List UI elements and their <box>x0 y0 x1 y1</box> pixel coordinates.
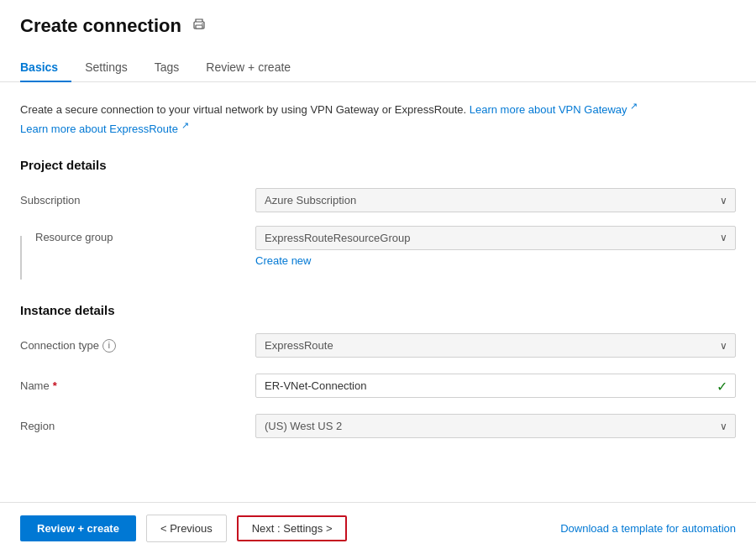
connection-type-select-wrapper: ExpressRoute <box>255 333 736 358</box>
instance-details-section: Instance details Connection type i Expre… <box>20 303 736 442</box>
connection-type-control: ExpressRoute <box>255 333 736 358</box>
subscription-row: Subscription Azure Subscription <box>20 186 736 216</box>
connection-type-select[interactable]: ExpressRoute <box>255 333 736 358</box>
download-template-link[interactable]: Download a template for automation <box>560 522 736 535</box>
name-input[interactable] <box>255 374 736 398</box>
subscription-control: Azure Subscription <box>255 188 736 212</box>
resource-group-select-wrapper: ExpressRouteResourceGroup <box>255 226 736 250</box>
page-title: Create connection <box>20 15 181 37</box>
region-select-wrapper: (US) West US 2 <box>255 414 736 438</box>
resource-group-select[interactable]: ExpressRouteResourceGroup <box>255 226 736 250</box>
subscription-label: Subscription <box>20 194 255 206</box>
tree-connector <box>20 236 22 280</box>
valid-check-icon: ✓ <box>717 378 727 394</box>
printer-icon[interactable] <box>192 17 207 35</box>
name-label: Name * <box>20 379 255 392</box>
instance-details-title: Instance details <box>20 303 736 317</box>
name-row: Name * ✓ <box>20 371 736 401</box>
region-select[interactable]: (US) West US 2 <box>255 414 736 438</box>
region-control: (US) West US 2 <box>255 414 736 438</box>
vpn-gateway-link[interactable]: Learn more about VPN Gateway ↗ <box>470 103 638 116</box>
tab-basics[interactable]: Basics <box>20 54 71 82</box>
tab-settings[interactable]: Settings <box>71 54 141 82</box>
resource-group-label-container: Resource group <box>20 226 255 280</box>
page-footer: Review + create < Previous Next : Settin… <box>0 502 756 554</box>
connection-type-row: Connection type i ExpressRoute <box>20 331 736 361</box>
resource-group-row: Resource group ExpressRouteResourceGroup… <box>20 226 736 280</box>
page-description: Create a secure connection to your virtu… <box>20 99 736 138</box>
region-row: Region (US) West US 2 <box>20 411 736 442</box>
tab-review-create[interactable]: Review + create <box>192 54 304 82</box>
connection-type-label: Connection type i <box>20 339 255 353</box>
name-input-wrapper: ✓ <box>255 374 736 398</box>
project-details-title: Project details <box>20 158 736 172</box>
resource-group-label: Resource group <box>35 231 113 243</box>
review-create-button[interactable]: Review + create <box>20 515 136 541</box>
project-details-section: Project details Subscription Azure Subsc… <box>20 158 736 280</box>
main-content: Create a secure connection to your virtu… <box>0 82 756 502</box>
expressroute-link[interactable]: Learn more about ExpressRoute ↗ <box>20 123 189 135</box>
svg-rect-1 <box>196 25 202 29</box>
required-indicator: * <box>53 379 57 392</box>
create-new-link[interactable]: Create new <box>255 254 311 267</box>
resource-group-control: ExpressRouteResourceGroup Create new <box>255 226 736 267</box>
resource-group-container: Resource group ExpressRouteResourceGroup… <box>20 226 736 280</box>
tabs-navigation: Basics Settings Tags Review + create <box>0 44 756 82</box>
description-text: Create a secure connection to your virtu… <box>20 103 466 116</box>
connection-type-info-icon[interactable]: i <box>102 339 116 353</box>
page-header: Create connection <box>0 0 756 37</box>
external-link-icon-2: ↗ <box>181 120 189 130</box>
name-control: ✓ <box>255 374 736 398</box>
next-settings-button[interactable]: Next : Settings > <box>237 515 348 541</box>
previous-button[interactable]: < Previous <box>146 515 227 542</box>
svg-point-2 <box>202 24 203 25</box>
subscription-select[interactable]: Azure Subscription <box>255 188 736 212</box>
region-label: Region <box>20 420 255 432</box>
external-link-icon-1: ↗ <box>630 101 638 111</box>
tab-tags[interactable]: Tags <box>141 54 193 82</box>
subscription-select-wrapper: Azure Subscription <box>255 188 736 212</box>
